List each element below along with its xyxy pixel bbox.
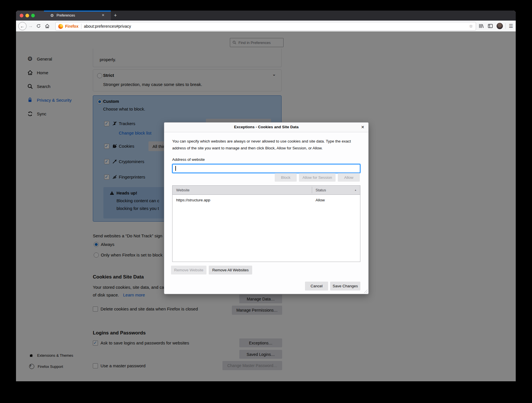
remove-website-button: Remove Website (171, 266, 206, 274)
table-row-website[interactable]: https://structure.app (176, 198, 210, 202)
hamburger-menu-icon: ☰ (509, 23, 513, 29)
toolbar-separator (505, 23, 506, 29)
dialog-header: Exceptions - Cookies and Site Data ✕ (164, 123, 368, 132)
tab-preferences[interactable]: ⚙ Preferences ✕ (44, 11, 111, 21)
browser-window: ⚙ Preferences ✕ + ← → Firefox about:pref (16, 11, 516, 381)
text-caret (175, 166, 176, 171)
cancel-button[interactable]: Cancel (305, 282, 328, 290)
sort-asc-icon[interactable]: ▲ (354, 189, 357, 191)
exceptions-dialog: Exceptions - Cookies and Site Data ✕ You… (164, 122, 369, 294)
gear-icon: ⚙ (50, 13, 54, 18)
address-label: Address of website (172, 157, 205, 162)
preferences-page: Find in Preferences ⚙ General Home Searc… (16, 31, 516, 381)
reload-icon (36, 24, 41, 28)
column-separator (312, 187, 312, 193)
allow-button: Allow (338, 173, 360, 182)
home-icon (45, 24, 50, 29)
dialog-description-line1: You can specify which websites are alway… (172, 139, 351, 143)
new-tab-button[interactable]: + (112, 13, 119, 19)
address-input[interactable] (172, 164, 360, 173)
url-bar[interactable]: Firefox about:preferences#privacy ☆ (55, 22, 476, 31)
block-button: Block (275, 173, 297, 182)
library-icon (479, 23, 484, 29)
account-avatar[interactable] (497, 23, 503, 29)
back-button[interactable]: ← (17, 21, 27, 31)
table-row-status[interactable]: Allow (316, 198, 325, 202)
close-dialog-icon[interactable]: ✕ (361, 125, 364, 129)
navigation-toolbar: ← → Firefox about:preferences#privacy ☆ (16, 21, 516, 32)
url-text[interactable]: about:preferences#privacy (84, 24, 131, 29)
sidebar-icon (488, 23, 493, 29)
zoom-window-button[interactable] (31, 14, 35, 17)
back-icon: ← (18, 22, 27, 30)
close-window-button[interactable] (20, 14, 23, 17)
window-controls[interactable] (20, 14, 35, 17)
brand-label: Firefox (65, 24, 79, 29)
table-header[interactable]: Website Status ▲ (172, 186, 360, 195)
bookmark-star-icon[interactable]: ☆ (469, 24, 473, 29)
tab-bar: ⚙ Preferences ✕ + (16, 11, 516, 21)
dialog-description-line2: address of the site you want to manage a… (172, 146, 323, 150)
tab-strip (111, 11, 516, 21)
remove-all-websites-button[interactable]: Remove All Websites (209, 266, 252, 274)
forward-icon: → (28, 23, 33, 29)
sidebar-toggle-button[interactable] (487, 23, 493, 29)
menu-button[interactable]: ☰ (508, 23, 514, 29)
active-tab-indicator (44, 11, 111, 11)
save-changes-button[interactable]: Save Changes (330, 282, 360, 290)
library-button[interactable] (478, 23, 484, 29)
reload-button[interactable] (35, 21, 42, 31)
close-tab-icon[interactable]: ✕ (102, 13, 105, 17)
url-separator (81, 24, 81, 29)
home-button[interactable] (43, 21, 51, 31)
forward-button[interactable]: → (27, 21, 34, 31)
dialog-title: Exceptions - Cookies and Site Data (164, 125, 368, 129)
firefox-logo-icon (58, 24, 63, 29)
allow-for-session-button: Allow for Session (299, 173, 336, 182)
resize-grip[interactable] (364, 289, 368, 293)
column-status[interactable]: Status (316, 188, 326, 192)
minimize-window-button[interactable] (25, 14, 29, 17)
column-website[interactable]: Website (176, 188, 190, 192)
exceptions-table[interactable]: Website Status ▲ https://structure.app A… (172, 185, 360, 262)
tab-title: Preferences (57, 13, 75, 17)
